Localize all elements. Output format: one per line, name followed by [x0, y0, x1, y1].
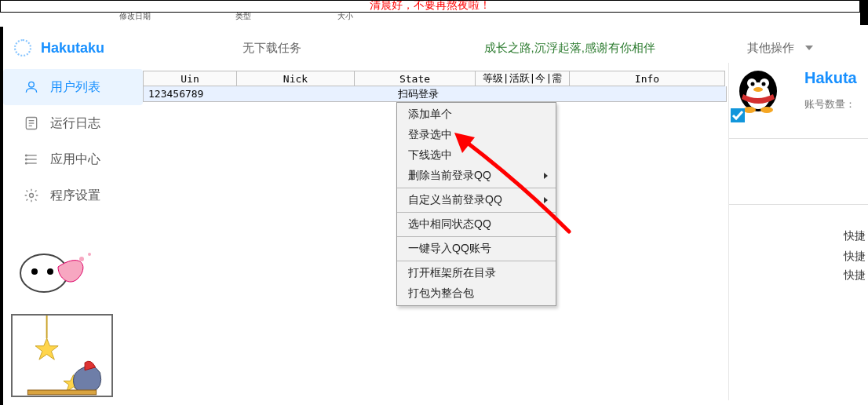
brand: Hakutaku	[3, 39, 143, 57]
cell-level	[476, 86, 571, 101]
banner-text: 清晨好，不要再熬夜啦！	[370, 0, 491, 13]
menu-label: 自定义当前登录QQ	[408, 193, 502, 207]
brand-logo-icon	[14, 39, 31, 57]
other-ops-dropdown[interactable]: 其他操作	[738, 41, 863, 56]
svg-point-30	[760, 107, 773, 113]
shortcut-item[interactable]: 快捷	[844, 268, 866, 283]
svg-rect-20	[27, 390, 96, 395]
sidebar-item-users[interactable]: 用户列表	[3, 69, 143, 105]
bg-col-1: 修改日期	[119, 11, 151, 22]
cell-nick	[238, 86, 356, 101]
menu-pack-bundle[interactable]: 打包为整合包	[397, 283, 556, 304]
menu-import-accounts[interactable]: 一键导入QQ账号	[397, 239, 556, 259]
th-state[interactable]: State	[355, 71, 476, 86]
th-uin[interactable]: Uin	[143, 71, 237, 86]
download-status: 无下载任务	[143, 41, 402, 56]
menu-add-single[interactable]: 添加单个	[397, 104, 556, 125]
svg-marker-18	[35, 338, 58, 359]
chevron-down-icon	[805, 46, 813, 50]
th-nick[interactable]: Nick	[237, 71, 355, 86]
menu-logout-selected[interactable]: 下线选中	[397, 145, 556, 166]
menu-label: 登录选中	[408, 128, 452, 142]
submenu-arrow-icon	[544, 173, 548, 179]
brand-name: Hakutaku	[41, 40, 104, 57]
sidebar-item-label: 程序设置	[50, 188, 100, 204]
menu-label: 添加单个	[408, 108, 452, 122]
svg-point-16	[88, 253, 91, 256]
svg-point-13	[31, 268, 38, 275]
other-ops-label: 其他操作	[747, 41, 794, 56]
th-level[interactable]: 等级|活跃|今|需	[476, 71, 570, 86]
right-panel-title: Hakuta	[804, 69, 857, 87]
account-count-label: 账号数量：	[804, 97, 855, 111]
sidebar-item-settings[interactable]: 程序设置	[3, 177, 143, 213]
sidebar-item-label: 用户列表	[50, 79, 100, 96]
menu-login-selected[interactable]: 登录选中	[397, 125, 556, 145]
verified-check-icon	[731, 108, 745, 122]
menu-label: 选中相同状态QQ	[408, 217, 491, 232]
bunny-decoration	[11, 235, 97, 298]
table-header: Uin Nick State 等级|活跃|今|需 Info	[143, 71, 727, 86]
menu-select-same-state[interactable]: 选中相同状态QQ	[397, 214, 556, 235]
background-window-header: 修改日期 类型 大小	[0, 14, 860, 24]
menu-label: 打开框架所在目录	[408, 266, 496, 280]
sidebar-item-label: 应用中心	[50, 151, 100, 168]
gear-icon	[24, 188, 39, 203]
apps-icon	[24, 151, 39, 167]
menu-label: 下线选中	[408, 148, 452, 162]
bg-col-3: 大小	[337, 11, 353, 22]
svg-point-27	[762, 82, 766, 86]
divider	[729, 204, 868, 205]
sidebar-item-apps[interactable]: 应用中心	[3, 141, 143, 177]
menu-custom-current[interactable]: 自定义当前登录QQ	[397, 190, 556, 210]
svg-point-15	[79, 257, 84, 261]
menu-open-dir[interactable]: 打开框架所在目录	[397, 263, 556, 283]
shortcut-item[interactable]: 快捷	[844, 250, 866, 264]
menu-label: 一键导入QQ账号	[408, 242, 491, 256]
svg-point-0	[29, 82, 35, 87]
svg-point-11	[30, 194, 34, 198]
user-icon	[24, 79, 39, 95]
header-motto: 成长之路,沉浮起落,感谢有你相伴	[402, 41, 738, 56]
svg-point-29	[743, 107, 756, 113]
star-cat-card	[11, 314, 113, 397]
right-panel: Hakuta 账号数量： 快捷 快捷 快捷	[728, 63, 868, 400]
menu-label: 删除当前登录QQ	[408, 169, 491, 183]
svg-point-14	[47, 268, 53, 275]
cell-uin: 123456789	[144, 86, 238, 101]
sidebar-item-label: 运行日志	[50, 115, 100, 132]
cell-state: 扫码登录	[356, 86, 476, 101]
th-info[interactable]: Info	[570, 71, 725, 86]
log-icon	[24, 115, 39, 131]
accounts-table: Uin Nick State 等级|活跃|今|需 Info 123456789 …	[143, 71, 727, 102]
context-menu: 添加单个 登录选中 下线选中 删除当前登录QQ 自定义当前登录QQ 选中相同状态…	[396, 102, 556, 306]
svg-point-28	[753, 87, 763, 92]
qq-penguin-icon	[732, 63, 784, 115]
svg-point-26	[751, 82, 755, 86]
shortcut-item[interactable]: 快捷	[844, 229, 866, 243]
sidebar: 用户列表 运行日志 应用中心 程序设置	[3, 69, 143, 213]
cell-info	[571, 86, 726, 101]
table-row[interactable]: 123456789 扫码登录	[143, 86, 727, 102]
bg-col-2: 类型	[235, 11, 251, 22]
divider	[729, 138, 868, 139]
menu-delete-current[interactable]: 删除当前登录QQ	[397, 166, 556, 186]
sidebar-item-logs[interactable]: 运行日志	[3, 105, 143, 141]
menu-label: 打包为整合包	[408, 286, 474, 301]
submenu-arrow-icon	[544, 197, 548, 203]
